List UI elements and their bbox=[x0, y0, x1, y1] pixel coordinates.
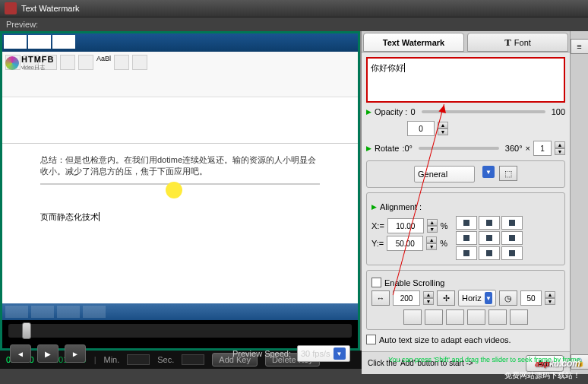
tab-text-watermark[interactable]: Text Watermark bbox=[363, 33, 464, 52]
play-button[interactable]: ▶ bbox=[37, 344, 58, 363]
auto-size-label: Auto text size to adapt each videos. bbox=[379, 335, 511, 344]
scroll-width-icon: ↔ bbox=[371, 290, 390, 306]
word-titlebar bbox=[2, 33, 358, 52]
preview-pane: AaBl HTMFB video日志 总结：但是也检意内。在我们用dotime连… bbox=[0, 31, 360, 351]
windows-taskbar bbox=[2, 303, 358, 320]
opacity-label: Opacity : bbox=[375, 107, 407, 116]
alignment-grid[interactable] bbox=[456, 216, 523, 260]
title-bar: Text Watermark bbox=[0, 0, 588, 17]
tab-font[interactable]: TFont bbox=[467, 33, 568, 52]
color-5[interactable] bbox=[488, 309, 507, 325]
next-button[interactable]: ► bbox=[65, 344, 86, 363]
window-title: Text Watermark bbox=[21, 4, 80, 13]
watermark-text-input[interactable]: 你好你好 bbox=[366, 57, 565, 103]
rotate-times[interactable] bbox=[533, 141, 552, 156]
doc-logo: HTMFB video日志 bbox=[5, 55, 55, 71]
preview-speed-label: Preview Speed: bbox=[232, 349, 291, 358]
doc-body: 总结：但是也检意内。在我们用dotime连续处返还。输的资源的人小明显会收小。减… bbox=[2, 144, 358, 231]
rotate-label: Rotate bbox=[375, 144, 399, 153]
preview-label: Preview: bbox=[0, 17, 588, 31]
scroll-dir-icon: ✢ bbox=[437, 290, 455, 306]
extra-button[interactable]: ⬚ bbox=[499, 166, 517, 181]
scroll-width[interactable] bbox=[393, 290, 420, 306]
auto-size-checkbox[interactable] bbox=[366, 335, 376, 344]
expand-icon[interactable]: ▶ bbox=[366, 108, 371, 116]
scroll-dir-select[interactable]: Horiz▼ bbox=[458, 290, 496, 306]
expand-icon[interactable]: ▶ bbox=[366, 144, 371, 152]
scrub-bar[interactable] bbox=[8, 324, 352, 338]
scrub-handle[interactable] bbox=[22, 322, 31, 339]
opacity-value[interactable] bbox=[407, 121, 435, 136]
enable-scroll-label: Enable Scrolling bbox=[384, 278, 445, 287]
prev-button[interactable]: ◄ bbox=[10, 344, 31, 363]
scroll-speed[interactable] bbox=[520, 290, 542, 306]
general-dropdown-icon[interactable]: ▼ bbox=[482, 166, 495, 178]
app-icon bbox=[5, 2, 17, 14]
brand-logo: aspku.com bbox=[535, 353, 580, 370]
enable-scroll-checkbox[interactable] bbox=[371, 278, 381, 287]
fps-select[interactable]: 30 fps/s▼ bbox=[297, 345, 350, 362]
color-3[interactable] bbox=[446, 309, 464, 325]
color-4[interactable] bbox=[467, 309, 485, 325]
clock-icon: ◷ bbox=[499, 290, 517, 306]
color-6[interactable] bbox=[510, 309, 528, 325]
opacity-down[interactable]: ▼ bbox=[438, 129, 448, 135]
brand-sub: 免费网站源码下载站！ bbox=[504, 370, 580, 381]
align-x-input[interactable] bbox=[387, 218, 424, 233]
color-2[interactable] bbox=[425, 309, 443, 325]
color-1[interactable] bbox=[403, 309, 422, 325]
highlight-dot bbox=[166, 182, 182, 198]
layers-icon[interactable]: ≡ bbox=[571, 39, 589, 54]
word-ribbon: AaBl bbox=[2, 52, 358, 97]
page2-title: 页而静态化技术 bbox=[40, 208, 100, 223]
